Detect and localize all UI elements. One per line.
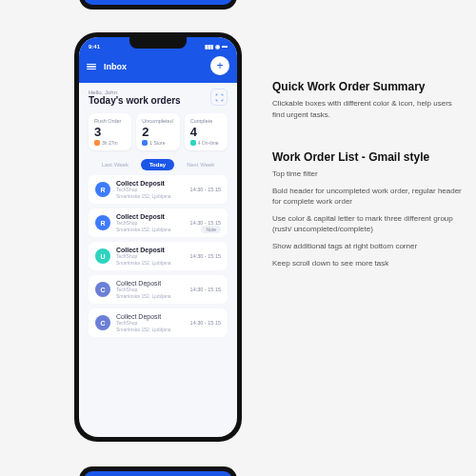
summary-card-0[interactable]: Rush Order 3 3h 27m	[89, 113, 131, 150]
annotation-body: Top time filter	[272, 169, 463, 180]
annotation-summary: Quick Work Order Summary Clickable boxes…	[272, 80, 463, 126]
annotation-body: Use color & capital letter to mark three…	[272, 213, 463, 235]
row-time: 14:30 - 15:15	[190, 253, 221, 259]
annotation-body: Show additional tags at right bottom cor…	[272, 241, 463, 252]
row-title: Collect Deposit	[116, 213, 185, 220]
annotation-list: Work Order List - Gmail style Top time f…	[272, 150, 463, 274]
wifi-icon: ◉	[215, 43, 220, 50]
avatar: R	[95, 215, 110, 230]
notch	[129, 37, 187, 49]
row-time: 14:30 - 15:15	[190, 187, 221, 192]
add-button[interactable]: +	[210, 56, 229, 75]
work-order-list[interactable]: R Collect Deposit TechShop Smartinska 15…	[79, 175, 237, 347]
list-item[interactable]: C Collect Deposit TechShop Smartinska 15…	[89, 275, 228, 304]
status-indicators: ▮▮▮ ◉ ▬	[205, 43, 228, 50]
avatar: R	[95, 182, 110, 197]
row-content: Collect Deposit TechShop Smartinska 152,…	[116, 313, 185, 332]
phone-peek-bottom: Work Order	[79, 466, 237, 476]
summary-card-1[interactable]: Uncompleted 2 1 Store	[136, 113, 179, 150]
row-content: Collect Deposit TechShop Smartinska 152,…	[116, 213, 185, 232]
phone-frame: 9:41 ▮▮▮ ◉ ▬ Inbox + Hello, John Today's…	[74, 32, 242, 442]
row-address: Smartinska 152, Ljubljana	[116, 327, 185, 333]
phone-peek-top	[79, 0, 237, 10]
row-content: Collect Deposit TechShop Smartinska 152,…	[116, 180, 185, 199]
card-dot-icon	[142, 140, 148, 146]
card-label: Rush Order	[94, 118, 126, 124]
time-tabs: Last WeekTodayNext Week	[79, 156, 237, 175]
avatar: C	[95, 315, 110, 330]
list-item[interactable]: C Collect Deposit TechShop Smartinska 15…	[89, 308, 228, 337]
card-value: 4	[190, 125, 222, 139]
avatar: U	[95, 248, 110, 264]
tab-next week[interactable]: Next Week	[178, 159, 223, 170]
list-item[interactable]: R Collect Deposit TechShop Smartinska 15…	[89, 208, 228, 237]
avatar: C	[95, 282, 110, 297]
list-item[interactable]: R Collect Deposit TechShop Smartinska 15…	[89, 175, 228, 204]
status-time: 9:41	[89, 44, 100, 50]
row-title: Collect Deposit	[116, 180, 185, 187]
row-title: Collect Deposit	[116, 313, 185, 320]
annotation-title: Work Order List - Gmail style	[272, 150, 463, 164]
app-bar: Inbox +	[79, 50, 237, 83]
peek-bottom-title: Work Order	[84, 471, 232, 476]
tab-today[interactable]: Today	[141, 159, 174, 170]
row-time: 14:30 - 15:15	[190, 320, 221, 326]
card-dot-icon	[94, 140, 100, 146]
card-value: 2	[142, 125, 173, 139]
row-tag: Note	[201, 226, 221, 233]
scan-button[interactable]	[210, 89, 228, 106]
annotation-body: Bold header for uncompleted work order, …	[272, 186, 463, 208]
row-content: Collect Deposit TechShop Smartinska 152,…	[116, 247, 185, 266]
row-title: Collect Deposit	[116, 280, 185, 287]
menu-icon[interactable]	[87, 64, 96, 70]
row-address: Smartinska 152, Ljubljana	[116, 293, 185, 300]
annotation-body: Keep scroll down to see more task	[272, 258, 463, 269]
scan-icon	[215, 93, 224, 102]
hero: Hello, John Today's work orders	[79, 83, 237, 109]
page-title: Inbox	[104, 62, 127, 71]
card-value: 3	[94, 125, 126, 139]
card-label: Uncompleted	[142, 118, 173, 124]
card-footer: 3h 27m	[94, 140, 126, 146]
summary-cards: Rush Order 3 3h 27m Uncompleted 2 1 Stor…	[79, 109, 237, 156]
row-content: Collect Deposit TechShop Smartinska 152,…	[116, 280, 185, 299]
battery-icon: ▬	[222, 43, 228, 50]
card-dot-icon	[190, 140, 196, 146]
annotation-body: Clickable boxes with different color & i…	[272, 98, 463, 120]
card-footer: 1 Store	[142, 140, 173, 146]
row-title: Collect Deposit	[116, 247, 185, 253]
annotation-title: Quick Work Order Summary	[272, 80, 463, 93]
headline: Today's work orders	[89, 95, 181, 106]
card-footer: 4 On-time	[190, 140, 222, 146]
screen: 9:41 ▮▮▮ ◉ ▬ Inbox + Hello, John Today's…	[79, 37, 237, 437]
list-item[interactable]: U Collect Deposit TechShop Smartinska 15…	[89, 242, 228, 270]
row-time: 14:30 - 15:15	[190, 287, 221, 292]
tab-last week[interactable]: Last Week	[93, 159, 137, 170]
signal-icon: ▮▮▮	[205, 43, 213, 50]
row-address: Smartinska 152, Ljubljana	[116, 260, 185, 267]
card-label: Complete	[190, 118, 222, 124]
row-address: Smartinska 152, Ljubljana	[116, 193, 185, 200]
summary-card-2[interactable]: Complete 4 4 On-time	[185, 113, 228, 150]
row-address: Smartinska 152, Ljubljana	[116, 227, 185, 233]
